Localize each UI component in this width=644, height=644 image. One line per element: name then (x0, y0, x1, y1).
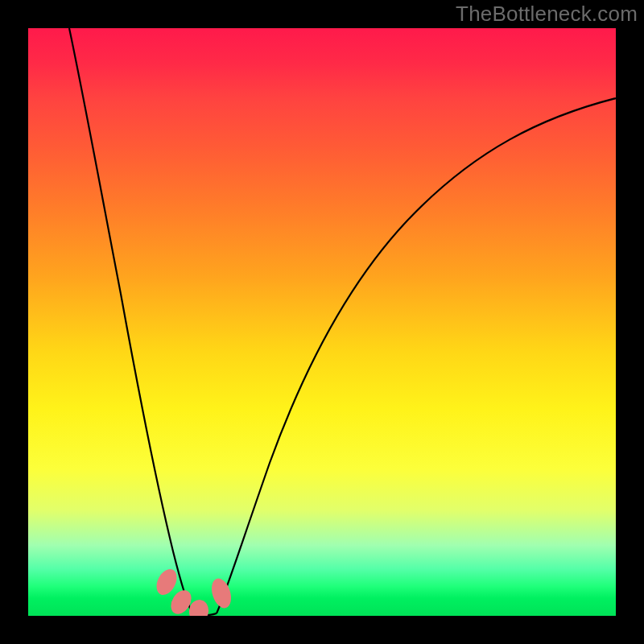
plot-area (28, 28, 616, 616)
marker-blob (152, 566, 180, 598)
chart-svg (28, 28, 616, 616)
marker-blob (208, 576, 235, 611)
curve-right-branch (217, 98, 616, 613)
chart-frame: TheBottleneck.com (0, 0, 644, 644)
watermark-text: TheBottleneck.com (456, 2, 638, 27)
curve-left-branch (69, 28, 193, 615)
marker-group (152, 566, 234, 616)
